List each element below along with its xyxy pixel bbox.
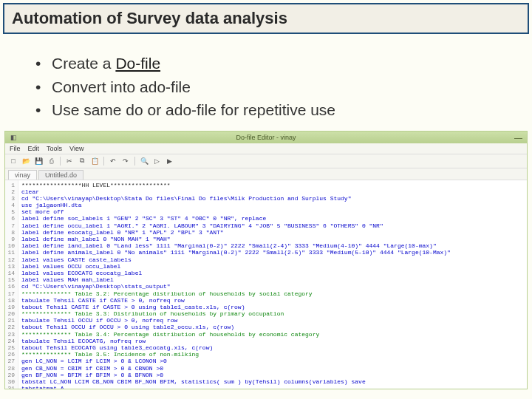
save-icon[interactable]: 💾	[33, 156, 44, 166]
undo-icon[interactable]: ↶	[108, 156, 118, 166]
toolbar-sep	[60, 157, 61, 166]
cut-icon[interactable]: ✂	[64, 156, 75, 166]
menu-bar: File Edit Tools View	[5, 143, 527, 154]
tab-bar: vinay Untitled.do	[5, 168, 527, 180]
menu-file[interactable]: File	[10, 145, 21, 152]
copy-icon[interactable]: ⧉	[77, 156, 87, 166]
open-icon[interactable]: 📂	[21, 156, 31, 166]
menu-tools[interactable]: Tools	[47, 145, 62, 152]
minimize-icon[interactable]: —	[514, 133, 522, 142]
redo-icon[interactable]: ↷	[120, 156, 131, 166]
bullet-3: Use same do or ado-file for repetitive u…	[35, 98, 532, 122]
toolbar-sep	[103, 157, 104, 166]
run-sel-icon[interactable]: ▶	[164, 156, 174, 166]
find-icon[interactable]: 🔍	[139, 156, 149, 166]
bullet-2: Convert into ado-file	[35, 75, 532, 99]
app-icon: ◧	[8, 132, 18, 143]
run-icon[interactable]: ▷	[151, 156, 162, 166]
menu-view[interactable]: View	[69, 145, 83, 152]
code-area[interactable]: 1 2 3 4 5 6 7 8 9 10 11 12 13 14 15 16 1…	[5, 180, 527, 389]
bullet-1: Create a Do-file	[35, 52, 532, 75]
window-title: Do-file Editor - vinay	[236, 134, 296, 141]
print-icon[interactable]: ⎙	[46, 156, 56, 166]
toolbar-sep	[134, 157, 135, 166]
code-content[interactable]: *****************HH LEVEL***************…	[18, 180, 454, 389]
dofile-editor-window: ◧ Do-file Editor - vinay — File Edit Too…	[4, 131, 528, 389]
bullet-list: Create a Do-file Convert into ado-file U…	[35, 52, 532, 122]
line-gutter: 1 2 3 4 5 6 7 8 9 10 11 12 13 14 15 16 1…	[5, 180, 18, 389]
paste-icon[interactable]: 📋	[89, 156, 100, 166]
menu-edit[interactable]: Edit	[28, 145, 40, 152]
tab-untitled[interactable]: Untitled.do	[38, 170, 83, 180]
toolbar: □ 📂 💾 ⎙ ✂ ⧉ 📋 ↶ ↷ 🔍 ▷ ▶	[5, 154, 527, 168]
slide-title: Automation of Survey data analysis	[12, 9, 520, 28]
new-icon[interactable]: □	[8, 156, 18, 166]
do-file-link[interactable]: Do-file	[115, 55, 160, 72]
tab-vinay[interactable]: vinay	[8, 170, 37, 180]
window-titlebar: ◧ Do-file Editor - vinay —	[5, 132, 527, 143]
slide-title-bar: Automation of Survey data analysis	[3, 3, 529, 34]
